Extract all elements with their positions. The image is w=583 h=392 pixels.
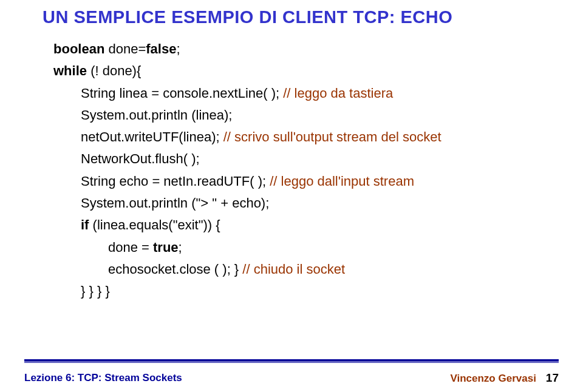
code-line-7: String echo = netIn.readUTF( ); // leggo… — [81, 171, 559, 192]
comment: // leggo dall'input stream — [270, 174, 414, 189]
text: netOut.writeUTF(linea); — [81, 129, 223, 144]
text: echosocket.close ( ); } — [108, 262, 242, 277]
divider-thick — [24, 359, 559, 362]
footer-author: Vincenzo Gervasi — [450, 373, 536, 385]
code-line-5: netOut.writeUTF(linea); // scrivo sull'o… — [81, 126, 559, 148]
footer-page: 17 — [546, 371, 559, 385]
code-line-12: } } } } — [81, 280, 559, 302]
text: System.out.println ("> " + echo); — [81, 195, 269, 211]
divider-thin — [24, 362, 559, 363]
text: ; — [179, 240, 182, 255]
code-line-8: System.out.println ("> " + echo); — [81, 192, 559, 214]
keyword-while: while — [53, 63, 87, 78]
footer-right: Vincenzo Gervasi 17 — [450, 371, 559, 385]
text: (linea.equals("exit")) { — [89, 217, 220, 232]
footer-title: Lezione 6: TCP: Stream Sockets — [24, 372, 182, 384]
code-line-4: System.out.println (linea); — [81, 104, 559, 126]
comment: // leggo da tastiera — [283, 86, 393, 101]
keyword-boolean: boolean — [53, 41, 104, 56]
comment: // scrivo sull'output stream del socket — [223, 129, 442, 144]
code-line-3: String linea = console.nextLine( ); // l… — [81, 83, 559, 104]
code-line-9: if (linea.equals("exit")) { — [81, 214, 559, 236]
slide-title: UN SEMPLICE ESEMPIO DI CLIENT TCP: ECHO — [43, 7, 559, 27]
code-line-1: boolean done=false; — [53, 38, 559, 60]
divider — [24, 359, 559, 363]
text: done= — [104, 41, 146, 56]
keyword-true: true — [153, 240, 179, 255]
code-line-11: echosocket.close ( ); } // chiudo il soc… — [108, 259, 559, 280]
footer: Lezione 6: TCP: Stream Sockets Vincenzo … — [24, 371, 559, 385]
code-block: boolean done=false; while (! done){ Stri… — [53, 38, 559, 303]
text: } } } } — [81, 283, 110, 299]
text: (! done){ — [87, 63, 141, 78]
text: String echo = netIn.readUTF( ); — [81, 174, 270, 189]
text: done = — [108, 240, 153, 255]
text: String linea = console.nextLine( ); — [81, 86, 283, 101]
slide: UN SEMPLICE ESEMPIO DI CLIENT TCP: ECHO … — [0, 0, 583, 392]
code-line-10: done = true; — [108, 237, 559, 259]
comment: // chiudo il socket — [242, 262, 345, 277]
text: System.out.println (linea); — [81, 107, 232, 123]
keyword-false: false — [146, 41, 176, 56]
text: NetworkOut.flush( ); — [81, 151, 200, 166]
code-line-6: NetworkOut.flush( ); — [81, 148, 559, 170]
code-line-2: while (! done){ — [53, 60, 559, 82]
text: ; — [176, 41, 180, 56]
keyword-if: if — [81, 217, 89, 232]
